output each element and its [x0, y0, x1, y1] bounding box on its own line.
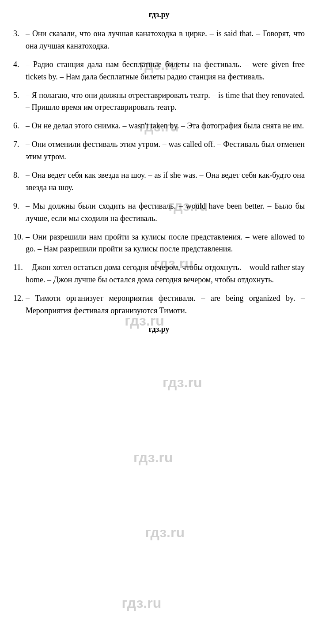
- list-item: 3. – Они сказали, что она лучшая канатох…: [13, 28, 305, 52]
- item-number: 7.: [13, 139, 26, 163]
- item-text: – Мы должны были сходить на фестиваль. –…: [26, 200, 305, 225]
- item-text: – Они отменили фестиваль этим утром. – w…: [26, 139, 305, 163]
- item-number: 4.: [13, 59, 26, 83]
- item-text: – Радио станция дала нам бесплатные биле…: [26, 59, 305, 83]
- footer-label: гдз.ру: [148, 325, 169, 333]
- list-item: 6. – Он не делал этого снимка. – wasn't …: [13, 120, 305, 132]
- content-area: гдз.ru гдз.ru гдз.ru гдз.ru гдз.ru гдз.r…: [13, 28, 305, 317]
- list-item: 4. – Радио станция дала нам бесплатные б…: [13, 59, 305, 83]
- watermark-9: гдз.ru: [122, 592, 162, 614]
- item-number: 5.: [13, 90, 26, 114]
- item-number: 9.: [13, 200, 26, 225]
- page-header: гдз.ру: [13, 9, 305, 21]
- item-number: 3.: [13, 28, 26, 52]
- item-number: 12.: [13, 292, 26, 317]
- list-item: 7. – Они отменили фестиваль этим утром. …: [13, 139, 305, 163]
- site-title: гдз.ру: [148, 10, 169, 19]
- list-item: 8. – Она ведет себя как звезда на шоу. –…: [13, 169, 305, 194]
- list-item: 10. – Они разрешили нам пройти за кулисы…: [13, 231, 305, 256]
- item-text: – Они разрешили нам пройти за кулисы пос…: [26, 231, 305, 256]
- watermark-6: гдз.ru: [163, 372, 202, 393]
- item-number: 10.: [13, 231, 26, 256]
- item-text: – Джон хотел остаться дома сегодня вечер…: [26, 262, 305, 286]
- list-item: 9. – Мы должны были сходить на фестиваль…: [13, 200, 305, 225]
- item-number: 8.: [13, 169, 26, 194]
- item-text: – Она ведет себя как звезда на шоу. – as…: [26, 169, 305, 194]
- item-number: 11.: [13, 262, 26, 286]
- item-number: 6.: [13, 120, 26, 132]
- list-item: 11. – Джон хотел остаться дома сегодня в…: [13, 262, 305, 286]
- item-text: – Они сказали, что она лучшая канатоходк…: [26, 28, 305, 52]
- item-text: – Я полагаю, что они должны отреставриро…: [26, 90, 305, 114]
- watermark-8: гдз.ru: [145, 522, 185, 543]
- page-footer: гдз.ру: [13, 323, 305, 335]
- list-item: 5. – Я полагаю, что они должны отреставр…: [13, 90, 305, 114]
- item-text: – Он не делал этого снимка. – wasn't tak…: [26, 120, 305, 132]
- watermark-7: гдз.ru: [133, 447, 173, 468]
- item-text: – Тимоти организует мероприятия фестивал…: [26, 292, 305, 317]
- list-item: 12. – Тимоти организует мероприятия фест…: [13, 292, 305, 317]
